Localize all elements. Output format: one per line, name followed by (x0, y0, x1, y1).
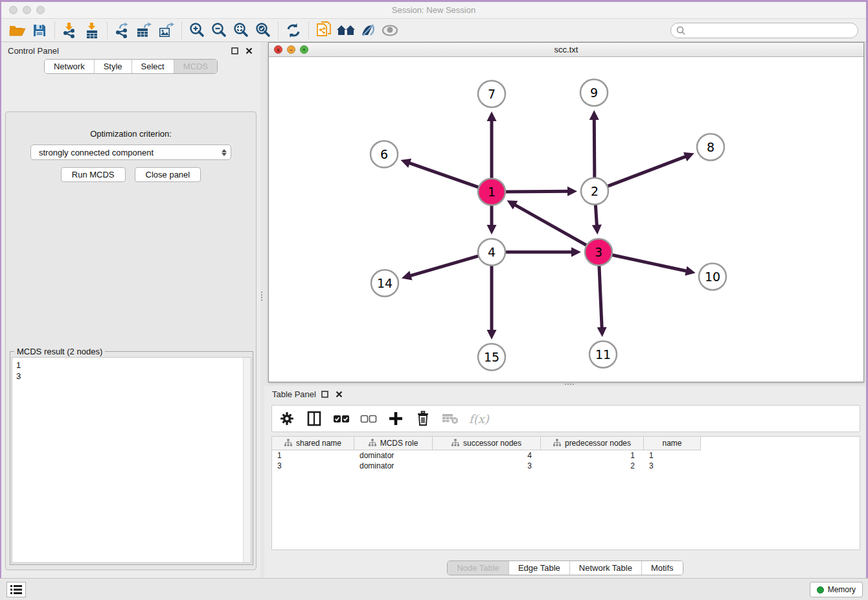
home-icon[interactable] (335, 21, 357, 40)
gear-icon[interactable] (279, 410, 295, 427)
close-panel-button[interactable]: Close panel (135, 167, 201, 182)
tab-edge-table[interactable]: Edge Table (508, 561, 569, 575)
mcds-result-text[interactable]: 13 (12, 358, 243, 562)
graph-node-label: 2 (591, 184, 599, 198)
hierarchy-icon (451, 439, 459, 448)
select-all-icon[interactable] (333, 410, 350, 427)
memory-button[interactable]: Memory (810, 582, 863, 597)
column-header-predecessor-nodes[interactable]: predecessor nodes (541, 437, 644, 450)
tab-style[interactable]: Style (94, 60, 131, 73)
export-network-icon[interactable] (111, 21, 133, 40)
show-panels-button[interactable] (6, 582, 26, 597)
graph-edge[interactable] (595, 203, 597, 226)
tab-select[interactable]: Select (131, 60, 174, 73)
network-doc-icon[interactable] (313, 21, 335, 40)
column-header-successor-nodes[interactable]: successor nodes (433, 437, 541, 450)
splitter-grip-icon (565, 384, 574, 386)
unselect-all-icon[interactable] (360, 410, 377, 427)
criterion-select[interactable]: strongly connected component (30, 144, 231, 160)
table-cell[interactable]: 4 (433, 450, 541, 461)
graph-edge[interactable] (503, 191, 569, 192)
run-mcds-button[interactable]: Run MCDS (61, 167, 126, 182)
list-icon (10, 585, 22, 594)
table-row[interactable]: 1dominator411 (272, 450, 860, 461)
zoom-selected-icon[interactable] (252, 21, 274, 40)
graph-edge[interactable] (409, 255, 480, 276)
mcds-result-group: MCDS result (2 nodes) 13 (10, 351, 253, 565)
splitter-grip-icon (261, 292, 263, 301)
optimization-label: Optimization criterion: (6, 129, 256, 139)
open-folder-icon[interactable] (6, 21, 29, 40)
status-bar: Memory (0, 578, 868, 600)
minimize-window-icon[interactable] (23, 6, 31, 14)
eye-icon[interactable] (379, 21, 401, 40)
table-cell[interactable]: dominator (354, 450, 433, 461)
function-builder-icon[interactable]: f(x) (469, 412, 489, 426)
table-tabs: Node TableEdge TableNetwork TableMotifs (447, 560, 683, 575)
table-cell[interactable]: 1 (541, 450, 644, 461)
tab-mcds[interactable]: MCDS (174, 60, 217, 73)
column-header-shared-name[interactable]: shared name (272, 437, 354, 450)
tab-motifs[interactable]: Motifs (641, 561, 683, 575)
tab-node-table[interactable]: Node Table (448, 561, 508, 575)
graph-edge[interactable] (606, 156, 687, 187)
result-scrollbar[interactable] (243, 358, 251, 562)
column-header-MCDS-role[interactable]: MCDS role (354, 437, 433, 450)
graph-edge[interactable] (610, 255, 687, 271)
table-cell[interactable]: 1 (272, 450, 354, 461)
trash-icon[interactable] (415, 410, 431, 427)
network-close-icon[interactable]: x (274, 45, 282, 54)
refresh-icon[interactable] (282, 21, 304, 40)
zoom-out-icon[interactable] (208, 21, 230, 40)
result-line: 1 (16, 360, 239, 371)
graph-node-label: 8 (707, 140, 714, 154)
table-cell[interactable]: 2 (541, 461, 644, 471)
graph-edge-arrow-icon (592, 225, 602, 235)
search-icon (676, 26, 686, 36)
close-panel-icon[interactable] (244, 45, 254, 56)
float-panel-icon[interactable] (229, 45, 240, 56)
table-panel: Table Panel (264, 386, 866, 599)
column-header-name[interactable]: name (644, 437, 701, 450)
table-row[interactable]: 3dominator323 (272, 461, 860, 471)
import-network-icon[interactable] (59, 21, 81, 40)
zoom-in-icon[interactable] (186, 21, 208, 40)
tab-network-table[interactable]: Network Table (569, 561, 641, 575)
graph-node-label: 3 (595, 245, 602, 259)
graph-edge[interactable] (594, 119, 595, 179)
export-image-icon[interactable] (155, 21, 177, 40)
mcds-panel: Optimization criterion: strongly connect… (5, 111, 257, 570)
graph-edge[interactable] (599, 264, 602, 329)
network-canvas[interactable]: 7968124314101511 (269, 57, 863, 382)
search-input[interactable] (690, 26, 852, 36)
tab-network[interactable]: Network (45, 60, 94, 73)
float-table-panel-icon[interactable] (320, 389, 330, 399)
columns-icon[interactable] (306, 410, 323, 427)
graph-edge[interactable] (409, 163, 481, 188)
close-window-icon[interactable] (9, 6, 17, 14)
close-table-panel-icon[interactable] (334, 389, 345, 399)
delete-table-icon[interactable] (442, 410, 459, 427)
table-panel-title: Table Panel (272, 389, 316, 399)
graph-edge-arrow-icon (589, 110, 599, 120)
toolbar-separator (54, 22, 55, 39)
table-cell[interactable]: 3 (644, 461, 701, 471)
import-table-icon[interactable] (81, 21, 103, 40)
zoom-window-icon[interactable] (36, 6, 45, 14)
zoom-fit-icon[interactable] (230, 21, 252, 40)
network-zoom-icon[interactable]: + (300, 45, 308, 54)
table-cell[interactable]: 3 (433, 461, 541, 471)
main-toolbar (1, 18, 866, 42)
table-cell[interactable]: dominator (354, 461, 433, 471)
search-field[interactable] (670, 23, 858, 38)
network-minimize-icon[interactable]: – (287, 45, 295, 54)
add-column-icon[interactable] (387, 410, 404, 427)
graph-edge[interactable] (514, 205, 588, 247)
table-cell[interactable]: 3 (272, 461, 354, 471)
memory-status-icon (817, 586, 824, 594)
hide-style-icon[interactable] (357, 21, 379, 40)
table-cell[interactable]: 1 (644, 450, 701, 461)
export-table-icon[interactable] (133, 21, 155, 40)
save-icon[interactable] (29, 21, 51, 40)
control-panel-tabs: NetworkStyleSelectMCDS (44, 59, 218, 74)
